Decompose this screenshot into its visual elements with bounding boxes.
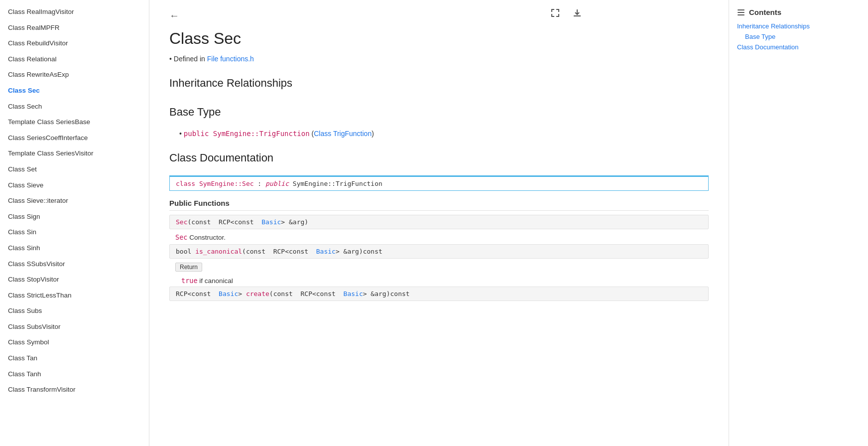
- toolbar: [548, 6, 584, 20]
- svg-rect-1: [738, 12, 744, 13]
- func-block-create: RCP<const Basic> create(const RCP<const …: [169, 287, 709, 301]
- toc-item[interactable]: Class Documentation: [737, 43, 860, 51]
- base-type-item: • public SymEngine::TrigFunction (Class …: [179, 130, 709, 138]
- defined-in-link[interactable]: File functions.h: [207, 55, 254, 63]
- func-desc-sec: Sec Constructor.: [175, 233, 709, 241]
- sidebar-item[interactable]: Class Sign: [0, 209, 149, 225]
- sidebar-item[interactable]: Class Symbol: [0, 334, 149, 350]
- sidebar-item[interactable]: Class Sieve: [0, 177, 149, 193]
- sidebar-item[interactable]: Class Sieve::iterator: [0, 193, 149, 209]
- sidebar-item[interactable]: Class Tanh: [0, 366, 149, 382]
- sidebar-item[interactable]: Class SubsVisitor: [0, 319, 149, 335]
- sidebar-item[interactable]: Class Subs: [0, 303, 149, 319]
- sidebar-item[interactable]: Class Sec: [0, 83, 149, 99]
- class-doc-section-title: Class Documentation: [169, 151, 709, 166]
- sidebar-item[interactable]: Class RebuildVisitor: [0, 35, 149, 51]
- main-content: ← Class Sec • Defined in File functions.…: [149, 0, 729, 446]
- toc-item[interactable]: Inheritance Relationships: [737, 22, 860, 30]
- base-type-link[interactable]: Class TrigFunction: [314, 130, 372, 138]
- class-keyword: class: [176, 180, 199, 187]
- func-sig-sec-rest: (const RCP<const Basic> &arg): [187, 218, 308, 226]
- toc-items: Inheritance RelationshipsBase TypeClass …: [737, 22, 860, 51]
- func-name-sec: Sec: [176, 218, 187, 226]
- public-functions-label: Public Functions: [169, 199, 709, 211]
- sidebar-item[interactable]: Class Tan: [0, 350, 149, 366]
- svg-rect-2: [738, 14, 744, 15]
- download-icon[interactable]: [570, 6, 584, 20]
- sidebar-item[interactable]: Class Sech: [0, 99, 149, 115]
- base-type-section-title: Base Type: [169, 106, 709, 121]
- back-arrow[interactable]: ←: [169, 10, 179, 21]
- inheritance-section-title: Inheritance Relationships: [169, 77, 709, 92]
- defined-in: • Defined in File functions.h: [169, 55, 709, 63]
- sidebar-item[interactable]: Class Sinh: [0, 240, 149, 256]
- func-return-row: true if canonical: [181, 277, 709, 285]
- sidebar-item[interactable]: Class SSubsVisitor: [0, 256, 149, 272]
- sidebar-item[interactable]: Template Class SeriesVisitor: [0, 146, 149, 161]
- sidebar: Class RealImagVisitorClass RealMPFRClass…: [0, 0, 149, 446]
- sidebar-item[interactable]: Class RewriteAsExp: [0, 67, 149, 83]
- sidebar-item[interactable]: Template Class SeriesBase: [0, 114, 149, 130]
- return-true-value: true: [181, 277, 198, 285]
- func-prefix-create: RCP<const Basic>: [176, 290, 246, 297]
- toc-item[interactable]: Base Type: [745, 33, 860, 40]
- func-name-is-canonical: is_canonical: [195, 248, 242, 255]
- class-colon: :: [254, 180, 265, 187]
- sidebar-item[interactable]: Class RealImagVisitor: [0, 4, 149, 20]
- class-inherit: SymEngine::TrigFunction: [293, 180, 382, 187]
- func-desc-is-canonical: Return: [175, 263, 709, 274]
- class-name: SymEngine::Sec: [199, 180, 254, 187]
- func-block-sec: Sec(const RCP<const Basic> &arg): [169, 215, 709, 229]
- class-public: public: [265, 180, 289, 187]
- sidebar-item[interactable]: Class Set: [0, 161, 149, 177]
- func-block-is-canonical: bool is_canonical(const RCP<const Basic>…: [169, 244, 709, 259]
- return-badge: Return: [175, 263, 202, 272]
- base-type-code: public SymEngine::TrigFunction: [184, 130, 310, 138]
- sidebar-item[interactable]: Class TransformVisitor: [0, 382, 149, 398]
- sidebar-item[interactable]: Class Sin: [0, 224, 149, 240]
- contents-icon: [737, 8, 745, 16]
- sidebar-item[interactable]: Class Relational: [0, 51, 149, 67]
- toc-title: Contents: [749, 8, 781, 16]
- class-doc-box: class SymEngine::Sec : public SymEngine:…: [169, 175, 709, 191]
- toc: Contents Inheritance RelationshipsBase T…: [729, 0, 868, 446]
- sidebar-item[interactable]: Class RealMPFR: [0, 20, 149, 36]
- sidebar-item[interactable]: Class StopVisitor: [0, 272, 149, 288]
- sidebar-item[interactable]: Class StrictLessThan: [0, 288, 149, 303]
- func-name-create: create: [246, 290, 269, 297]
- toc-header: Contents: [737, 8, 860, 16]
- fullscreen-icon[interactable]: [548, 6, 562, 20]
- svg-rect-0: [738, 9, 744, 10]
- func-sig-is-canonical-rest: (const RCP<const Basic> &arg)const: [242, 248, 382, 255]
- sidebar-item[interactable]: Class SeriesCoeffInterface: [0, 130, 149, 146]
- page-title: Class Sec: [169, 29, 709, 48]
- func-sig-create-rest: (const RCP<const Basic> &arg)const: [269, 290, 410, 297]
- func-prefix-is-canonical: bool: [176, 248, 195, 255]
